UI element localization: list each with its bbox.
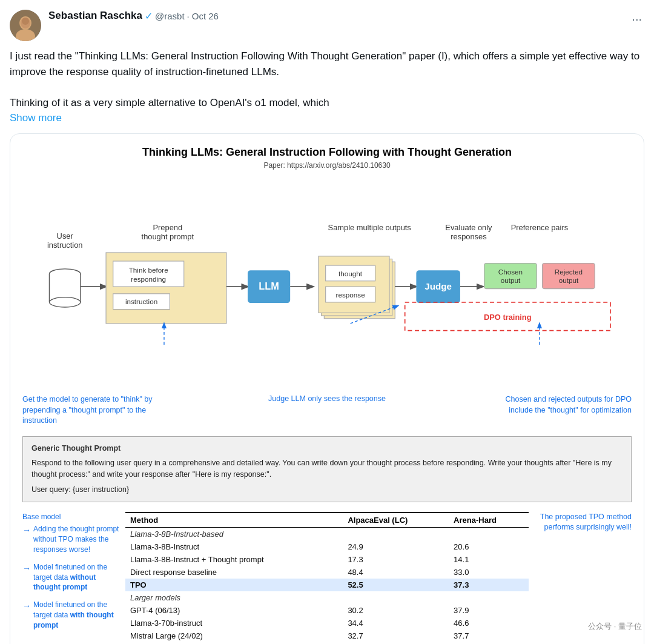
arrow-label-3: → Model finetuned on the target data wit… [22,600,119,630]
results-table: Method AlpacaEval (LC) Arena-Hard Llama-… [125,512,529,644]
svg-point-12 [49,297,80,307]
avatar [10,10,41,41]
svg-text:User: User [57,231,74,240]
annotation-center: Judge LLM only sees the response [268,394,386,427]
row-alpaca: 34.4 [343,617,449,629]
dot-separator: · [187,11,190,21]
row-arena: 37.7 [449,629,529,642]
svg-text:thought prompt: thought prompt [142,231,194,241]
section-label-1: Llama-3-8B-Instruct-based [125,527,529,540]
thought-prompt-box: Generic Thought Prompt Respond to the fo… [22,436,632,502]
model-without-thought-annotation: → Model finetuned on the target data wit… [22,562,119,593]
row-method-tpo: TPO [125,579,343,591]
annotation-text-2: Model finetuned on the target data witho… [33,562,119,593]
base-model-label: Base model [22,512,119,522]
table-row: Direct response baseline 48.4 33.0 [125,566,529,579]
diagram-svg: User instruction Prepend thought prompt [22,182,632,380]
svg-text:responding: responding [131,274,166,282]
more-options-button[interactable]: ··· [629,10,644,28]
row-method: Mistral Large (24/02) [125,629,343,642]
diagram: User instruction Prepend thought prompt [22,182,632,383]
svg-text:Prepend: Prepend [153,222,182,231]
row-method: Llama-3-8B-Instruct + Thought prompt [125,553,343,566]
section-label-row-1: Llama-3-8B-Instruct-based [125,527,529,540]
annotation-text-1: Adding the thought prompt without TPO ma… [33,524,119,554]
model-with-thought-annotation: → Model finetuned on the target data wit… [22,600,119,630]
section-label-2: Larger models [125,591,529,604]
row-alpaca: 48.4 [343,566,449,579]
annotation-text-3: Model finetuned on the target data with … [33,600,119,630]
svg-text:Think before: Think before [129,265,168,273]
user-info: Sebastian Raschka ✓ @rasbt · Oct 26 [48,10,622,22]
col-method: Method [125,513,343,528]
row-method: Direct response baseline [125,566,343,579]
svg-text:instruction: instruction [125,297,157,305]
tweet-text-part2: Thinking of it as a very simple alternat… [10,95,644,111]
row-alpaca: 32.7 [343,629,449,642]
user-instruction-group: User instruction [47,231,83,307]
row-arena: 20.6 [449,540,529,553]
arrow-icon-3: → [22,600,31,612]
svg-text:Chosen: Chosen [498,268,523,276]
thought-prompt-title: Generic Thought Prompt [31,443,623,454]
diagram-annotations: Get the model to generate to "think" by … [22,394,632,427]
svg-text:responses: responses [451,231,486,241]
thought-prompt-query: User query: {user instruction} [31,484,623,496]
row-alpaca: 38.1 [343,642,449,644]
svg-point-5 [22,18,29,25]
row-alpaca: 24.9 [343,540,449,553]
results-table-wrapper: Method AlpacaEval (LC) Arena-Hard Llama-… [125,512,529,644]
watermark-text: 公众号 · 量子位 [588,621,642,632]
thought-prompt-text: Respond to the following user query in a… [31,457,623,480]
svg-text:thought: thought [339,269,363,277]
card-title: Thinking LLMs: General Instruction Follo… [22,146,632,159]
arrow-label-2: → Model finetuned on the target data wit… [22,562,119,593]
row-method: Llama-3-8B-Instruct [125,540,343,553]
tweet-card: Thinking LLMs: General Instruction Follo… [10,133,644,645]
user-name: Sebastian Raschka [48,10,142,22]
svg-text:Judge: Judge [424,281,452,291]
row-arena: 14.1 [449,553,529,566]
row-method: Qwen2 72B Instruct [125,642,343,644]
svg-text:instruction: instruction [47,240,83,249]
table-row: Mistral Large (24/02) 32.7 37.7 [125,629,529,642]
svg-text:DPO training: DPO training [484,313,532,322]
tweet-container: Sebastian Raschka ✓ @rasbt · Oct 26 ··· … [0,0,654,644]
row-alpaca-tpo: 52.5 [343,579,449,591]
arrow-label-1: → Adding the thought prompt without TPO … [22,524,119,554]
col-alpaca: AlpacaEval (LC) [343,513,449,528]
tweet-header: Sebastian Raschka ✓ @rasbt · Oct 26 ··· [10,10,644,41]
row-arena: 46.6 [449,617,529,629]
row-arena-tpo: 37.3 [449,579,529,591]
row-arena: 36.1 [449,642,529,644]
col-arena: Arena-Hard [449,513,529,528]
annotation-left: Get the model to generate to "think" by … [22,394,156,427]
table-row: Llama-3-8B-Instruct 24.9 20.6 [125,540,529,553]
show-more-link[interactable]: Show more [10,112,62,124]
table-row: Llama-3-70b-instruct 34.4 46.6 [125,617,529,629]
verified-icon: ✓ [145,10,153,22]
row-arena: 33.0 [449,566,529,579]
annotation-right: Chosen and rejected outputs for DPO incl… [498,394,632,427]
row-arena: 37.9 [449,604,529,617]
user-handle: @rasbt [155,11,185,21]
svg-text:Rejected: Rejected [555,268,583,276]
arrow-icon-1: → [22,525,31,537]
card-subtitle: Paper: https://arxiv.org/abs/2410.10630 [22,161,632,170]
table-left-annotations: Base model → Adding the thought prompt w… [22,512,119,644]
tweet-body: I just read the "Thinking LLMs: General … [10,48,644,126]
svg-rect-29 [319,256,389,313]
tweet-date: Oct 26 [192,11,219,21]
svg-text:Evaluate only: Evaluate only [445,222,492,231]
svg-text:output: output [559,276,579,284]
row-alpaca: 17.3 [343,553,449,566]
svg-text:response: response [336,290,365,298]
row-alpaca: 30.2 [343,604,449,617]
svg-text:output: output [501,276,521,284]
avatar-image [10,10,41,41]
table-row: GPT-4 (06/13) 30.2 37.9 [125,604,529,617]
section-label-row-2: Larger models [125,591,529,604]
tweet-text-part1: I just read the "Thinking LLMs: General … [10,48,644,79]
arrow-icon-2: → [22,563,31,575]
table-row: Llama-3-8B-Instruct + Thought prompt 17.… [125,553,529,566]
